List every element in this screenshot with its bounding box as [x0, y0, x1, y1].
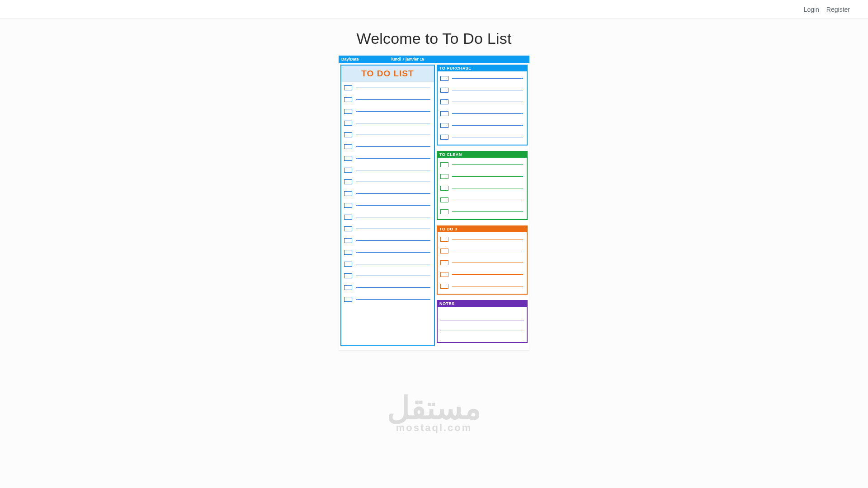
entry-line[interactable] [356, 135, 430, 135]
entry-line[interactable] [356, 99, 430, 100]
checkbox[interactable] [440, 135, 448, 140]
page-title: Welcome to To Do List [0, 30, 868, 47]
checkbox[interactable] [344, 109, 352, 114]
entry-line[interactable] [356, 217, 430, 217]
entry-line[interactable] [452, 188, 523, 188]
checkbox[interactable] [344, 144, 352, 149]
entry-line[interactable] [452, 78, 523, 79]
date-value: lundi 7 janvier 19 [392, 57, 425, 61]
entry-line[interactable] [452, 164, 523, 165]
checkbox[interactable] [344, 250, 352, 255]
note-line[interactable] [440, 340, 524, 340]
entry-line[interactable] [356, 205, 430, 206]
list-item [341, 293, 434, 305]
checkbox[interactable] [344, 238, 352, 243]
checkbox[interactable] [440, 272, 448, 277]
right-column: TO PURCHASE TO CLEAN TO DO 3 NOTES [435, 65, 528, 346]
checkbox[interactable] [344, 121, 352, 126]
list-item [438, 96, 527, 108]
note-line[interactable] [440, 320, 524, 320]
checkbox[interactable] [440, 237, 448, 242]
checkbox[interactable] [440, 162, 448, 167]
todo3-header: TO DO 3 [437, 225, 528, 232]
login-link[interactable]: Login [804, 6, 819, 13]
entry-line[interactable] [356, 123, 430, 123]
entry-line[interactable] [452, 137, 523, 137]
entry-line[interactable] [452, 113, 523, 114]
list-item [341, 235, 434, 246]
checkbox[interactable] [440, 284, 448, 289]
entry-line[interactable] [452, 176, 523, 177]
main-title-band: TO DO LIST [341, 66, 434, 82]
entry-line[interactable] [356, 229, 430, 229]
checkbox[interactable] [440, 76, 448, 81]
clean-section: TO CLEAN [437, 151, 528, 223]
checkbox[interactable] [344, 203, 352, 208]
entry-line[interactable] [452, 90, 523, 90]
checkbox[interactable] [440, 260, 448, 265]
entry-line[interactable] [356, 158, 430, 159]
list-item [438, 170, 527, 182]
entry-line[interactable] [452, 263, 523, 263]
top-nav: Login Register [0, 0, 868, 19]
checkbox[interactable] [440, 197, 448, 202]
note-line-row [438, 320, 527, 330]
checkbox[interactable] [440, 186, 448, 191]
checkbox[interactable] [440, 88, 448, 93]
entry-line[interactable] [356, 193, 430, 194]
checkbox[interactable] [344, 179, 352, 184]
checkbox[interactable] [344, 297, 352, 302]
list-item [341, 164, 434, 176]
list-item [341, 258, 434, 270]
entry-line[interactable] [356, 264, 430, 264]
entry-line[interactable] [356, 240, 430, 241]
note-line[interactable] [440, 330, 524, 330]
entry-line[interactable] [356, 170, 430, 170]
register-link[interactable]: Register [826, 6, 850, 13]
checkbox[interactable] [440, 111, 448, 116]
entry-line[interactable] [452, 200, 523, 200]
checkbox[interactable] [344, 191, 352, 196]
list-item [438, 119, 527, 131]
entry-line[interactable] [356, 182, 430, 182]
entry-line[interactable] [356, 146, 430, 147]
list-item [438, 159, 527, 170]
watermark-arabic: مستقل [387, 392, 481, 424]
checkbox[interactable] [344, 285, 352, 290]
checkbox[interactable] [344, 226, 352, 231]
checkbox[interactable] [344, 156, 352, 161]
checkbox[interactable] [440, 174, 448, 179]
checkbox[interactable] [344, 85, 352, 90]
checkbox[interactable] [440, 123, 448, 128]
checkbox[interactable] [440, 99, 448, 104]
list-item [341, 270, 434, 282]
entry-line[interactable] [356, 88, 430, 88]
entry-line[interactable] [452, 239, 523, 239]
entry-line[interactable] [356, 252, 430, 253]
checkbox[interactable] [440, 209, 448, 214]
entry-line[interactable] [452, 102, 523, 102]
main-title: TO DO LIST [361, 69, 414, 79]
checkbox[interactable] [344, 262, 352, 267]
entry-line[interactable] [356, 111, 430, 112]
checkbox[interactable] [344, 132, 352, 137]
entry-line[interactable] [452, 274, 523, 275]
entry-line[interactable] [452, 125, 523, 126]
entry-line[interactable] [452, 251, 523, 251]
entry-line[interactable] [356, 287, 430, 288]
entry-line[interactable] [452, 286, 523, 286]
list-item [341, 282, 434, 293]
checkbox[interactable] [344, 168, 352, 173]
checkbox[interactable] [440, 249, 448, 253]
entry-line[interactable] [452, 211, 523, 212]
list-item [438, 268, 527, 280]
checkbox[interactable] [344, 97, 352, 102]
list-item [438, 131, 527, 143]
checkbox[interactable] [344, 273, 352, 278]
entry-line[interactable] [356, 299, 430, 300]
entry-line[interactable] [356, 276, 430, 276]
notes-section: NOTES [437, 300, 528, 346]
checkbox[interactable] [344, 215, 352, 220]
list-item [438, 206, 527, 217]
purchase-section: TO PURCHASE [437, 65, 528, 148]
